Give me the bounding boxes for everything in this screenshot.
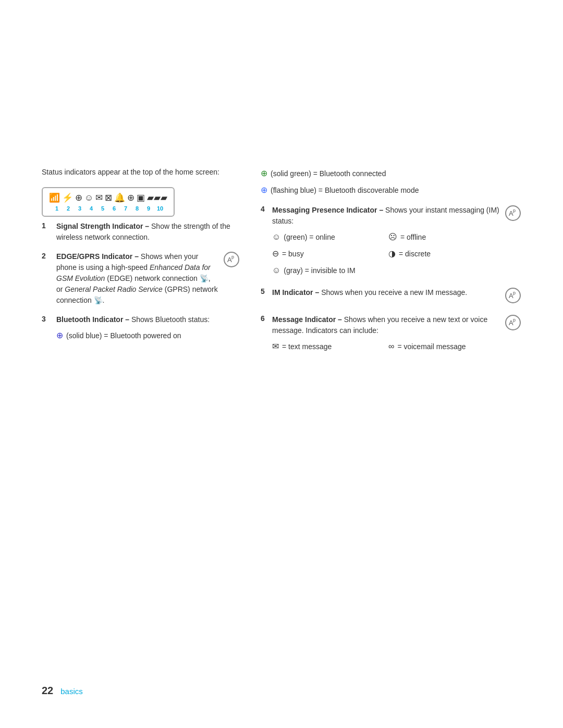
im-busy-text: = busy <box>282 249 304 260</box>
item-4-content: Messaging Presence Indicator – Shows you… <box>272 205 499 280</box>
num-8: 8 <box>131 205 143 212</box>
battery-icon: ▰▰▰ <box>147 192 167 203</box>
bluetooth-flashing-blue-icon: ⊕ <box>261 183 267 197</box>
svg-text:p: p <box>231 254 234 260</box>
item-2-content: EDGE/GPRS Indicator – Shows when your ph… <box>56 251 218 306</box>
num-3: 3 <box>74 205 85 212</box>
item-5-row: 5 IM Indicator – Shows when you receive … <box>261 287 521 307</box>
item-6-title: Message Indicator – <box>272 315 342 324</box>
item-2-title: EDGE/GPRS Indicator – <box>56 252 139 261</box>
signal-strength-icon: 📶 <box>49 192 60 203</box>
im-icon: ☺ <box>84 193 93 203</box>
im-online: ☺ (green) = online <box>272 231 383 243</box>
im-discrete-text: = discrete <box>399 249 431 260</box>
msg-voicemail: ∞ = voicemail message <box>388 340 499 353</box>
page-container: Status indicators appear at the top of t… <box>0 0 563 728</box>
status-bar-box: 📶 ⚡ ⊕ ☺ ✉ ⊠ 🔔 ⊕ ▣ ▰▰▰ 1 2 3 4 5 <box>42 187 175 217</box>
text-msg-icon: ✉ <box>272 340 279 353</box>
im-offline-icon: ☹ <box>388 231 397 243</box>
item-1-number: 1 <box>42 221 56 230</box>
svg-text:p: p <box>513 317 516 323</box>
num-2: 2 <box>63 205 74 212</box>
item-6-content: Message Indicator – Shows when you recei… <box>272 314 499 356</box>
num-7: 7 <box>120 205 131 212</box>
item-5-text: Shows when you receive a new IM message. <box>321 288 467 297</box>
page-section-name: basics <box>60 687 83 696</box>
item-4-icon: A p <box>505 205 521 225</box>
status-bar-numbers: 1 2 3 4 5 6 7 8 9 10 <box>49 205 167 212</box>
alert-icon: 🔔 <box>114 192 125 203</box>
edge-icon: ⚡ <box>62 192 73 203</box>
item-3-number: 3 <box>42 315 56 323</box>
bluetooth-solid-blue-text: (solid blue) = Bluetooth powered on <box>66 330 181 341</box>
bluetooth-sub-1: ⊕ (solid blue) = Bluetooth powered on <box>56 329 240 342</box>
item-3-title: Bluetooth Indicator – <box>56 315 129 324</box>
im-offline: ☹ = offline <box>388 231 499 243</box>
voicemail-text: = voicemail message <box>397 341 466 352</box>
page-number: 22 <box>42 685 53 697</box>
im-offline-text: = offline <box>400 232 426 243</box>
bluetooth-sub-green: ⊕ (solid green) = Bluetooth connected <box>261 167 521 180</box>
item-2-icon: A p <box>223 251 240 271</box>
im-online-icon: ☺ <box>272 231 280 243</box>
num-4: 4 <box>85 205 97 212</box>
item-4-row: 4 Messaging Presence Indicator – Shows y… <box>261 205 521 280</box>
item-6-row: 6 Message Indicator – Shows when you rec… <box>261 314 521 356</box>
item-4-title: Messaging Presence Indicator – <box>272 206 383 214</box>
item-1-row: 1 Signal Strength Indicator – Show the s… <box>42 221 240 243</box>
im-busy-icon: ⊖ <box>272 248 279 260</box>
svg-text:p: p <box>513 208 516 213</box>
num-6: 6 <box>108 205 120 212</box>
battery-low-icon: ▣ <box>137 192 145 203</box>
item-5-content: IM Indicator – Shows when you receive a … <box>272 287 499 298</box>
item-5-title: IM Indicator – <box>272 288 319 297</box>
left-column: Status indicators appear at the top of t… <box>42 167 240 664</box>
bluetooth-solid-blue-icon: ⊕ <box>56 329 63 342</box>
status-bar-icons: 📶 ⚡ ⊕ ☺ ✉ ⊠ 🔔 ⊕ ▣ ▰▰▰ <box>49 192 167 203</box>
im-invisible-text: (gray) = invisible to IM <box>284 265 355 276</box>
intro-text: Status indicators appear at the top of t… <box>42 167 240 178</box>
item-2-number: 2 <box>42 252 56 260</box>
gps-icon: ⊕ <box>127 192 134 203</box>
bluetooth-flashing-blue-text: (flashing blue) = Bluetooth discoverable… <box>271 184 419 196</box>
item-4-sub-items: ☺ (green) = online ☹ = offline ⊖ = busy <box>272 231 499 280</box>
item-6-number: 6 <box>261 314 272 323</box>
item-3-text: Shows Bluetooth status: <box>131 315 210 324</box>
item-6-icon: A p <box>505 314 521 334</box>
im-invisible-icon: ☺ <box>272 264 280 277</box>
bluetooth-icon: ⊕ <box>75 192 82 203</box>
im-online-text: (green) = online <box>284 232 335 243</box>
right-column: ⊕ (solid green) = Bluetooth connected ⊕ … <box>261 167 521 664</box>
msg-text: ✉ = text message <box>272 340 383 353</box>
item-5-number: 5 <box>261 287 272 295</box>
item-5-icon: A p <box>505 287 521 307</box>
voicemail-icon: ∞ <box>388 340 394 353</box>
bluetooth-solid-green-text: (solid green) = Bluetooth connected <box>271 168 386 179</box>
bluetooth-solid-green-icon: ⊕ <box>261 167 267 180</box>
text-msg-text: = text message <box>282 341 332 352</box>
page-footer: 22 basics <box>42 685 521 697</box>
im-discrete-icon: ◑ <box>388 248 396 260</box>
num-10: 10 <box>154 205 166 212</box>
num-1: 1 <box>51 205 63 212</box>
item-1-title: Signal Strength Indicator – <box>56 222 149 230</box>
im-busy: ⊖ = busy <box>272 248 383 260</box>
bluetooth-sub-flash: ⊕ (flashing blue) = Bluetooth discoverab… <box>261 183 521 197</box>
content-area: Status indicators appear at the top of t… <box>42 167 521 664</box>
item-3-row: 3 Bluetooth Indicator – Shows Bluetooth … <box>42 314 240 345</box>
im-discrete: ◑ = discrete <box>388 248 499 260</box>
item-3-sub-items: ⊕ (solid blue) = Bluetooth powered on <box>56 329 240 342</box>
bluetooth-continued: ⊕ (solid green) = Bluetooth connected ⊕ … <box>261 167 521 196</box>
num-5: 5 <box>97 205 108 212</box>
item-1-content: Signal Strength Indicator – Show the str… <box>56 221 240 243</box>
item-4-number: 4 <box>261 205 272 213</box>
msg-icon: ✉ <box>95 192 103 203</box>
svg-text:p: p <box>513 290 516 295</box>
network-icon: ⊠ <box>105 192 112 203</box>
item-3-content: Bluetooth Indicator – Shows Bluetooth st… <box>56 314 240 345</box>
num-9: 9 <box>143 205 154 212</box>
item-2-row: 2 EDGE/GPRS Indicator – Shows when your … <box>42 251 240 306</box>
im-invisible: ☺ (gray) = invisible to IM <box>272 264 383 277</box>
top-spacer <box>42 31 521 167</box>
